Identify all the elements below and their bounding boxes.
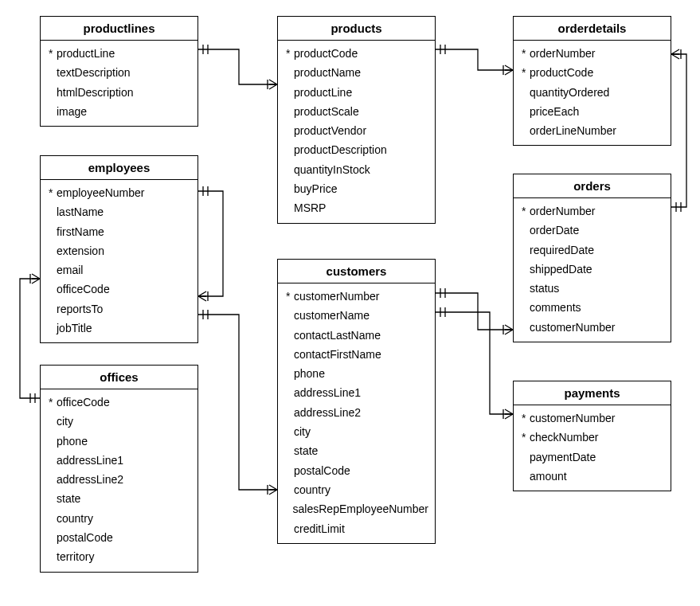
field-row: orderDate — [520, 221, 664, 240]
field-name: shippedDate — [530, 261, 592, 277]
field-name: officeCode — [57, 394, 110, 410]
field-row: *employeeNumber — [47, 183, 191, 202]
field-row: phone — [47, 432, 191, 451]
field-row: jobTitle — [47, 319, 191, 338]
field-name: productCode — [294, 45, 358, 61]
field-name: state — [294, 443, 318, 459]
field-row: comments — [520, 298, 664, 317]
field-row: customerName — [284, 306, 428, 325]
pk-marker: * — [286, 288, 294, 304]
field-name: productLine — [294, 84, 352, 100]
field-row: productLine — [284, 83, 428, 102]
pk-marker: * — [522, 410, 530, 426]
entity-body: *customerNumbercustomerNamecontactLastNa… — [278, 283, 435, 543]
field-row: reportsTo — [47, 299, 191, 319]
field-row: email — [47, 260, 191, 280]
entity-body: *officeCodecityphoneaddressLine1addressL… — [41, 389, 197, 572]
field-row: phone — [284, 364, 428, 383]
field-name: customerName — [294, 307, 370, 323]
field-row: customerNumber — [520, 318, 664, 337]
field-name: customerNumber — [530, 319, 615, 335]
field-row: shippedDate — [520, 260, 664, 279]
pk-marker: * — [522, 203, 530, 219]
entity-body: *productCodeproductNameproductLineproduc… — [278, 41, 435, 223]
pk-marker: * — [286, 45, 294, 61]
entity-title: employees — [41, 156, 197, 180]
field-row: *productCode — [520, 63, 664, 82]
field-row: *customerNumber — [284, 287, 428, 306]
entity-orders: orders *orderNumberorderDaterequiredDate… — [513, 174, 671, 342]
field-row: *checkNumber — [520, 428, 664, 447]
field-name: textDescription — [57, 65, 131, 80]
entity-payments: payments *customerNumber*checkNumberpaym… — [513, 381, 671, 491]
field-row: lastName — [47, 202, 191, 221]
field-name: postalCode — [57, 530, 113, 545]
field-name: territory — [57, 549, 94, 565]
field-name: htmlDescription — [57, 84, 133, 100]
field-row: image — [47, 102, 191, 121]
pk-marker: * — [522, 65, 530, 80]
field-name: priceEach — [530, 104, 579, 119]
pk-marker: * — [522, 45, 530, 61]
field-name: country — [57, 510, 93, 526]
field-row: creditLimit — [284, 519, 428, 538]
entity-title: productlines — [41, 17, 197, 41]
field-row: *productCode — [284, 44, 428, 63]
field-name: productLine — [57, 45, 115, 61]
field-row: country — [284, 480, 428, 499]
rel-productlines-products — [198, 45, 277, 89]
field-name: customerNumber — [530, 410, 615, 426]
field-row: MSRP — [284, 198, 428, 217]
field-row: state — [284, 441, 428, 460]
field-row: contactFirstName — [284, 345, 428, 364]
field-name: officeCode — [57, 281, 110, 297]
field-name: MSRP — [294, 200, 326, 216]
field-name: buyPrice — [294, 181, 337, 197]
field-name: postalCode — [294, 463, 350, 479]
field-name: requiredDate — [530, 242, 594, 258]
entity-body: *employeeNumberlastNamefirstNameextensio… — [41, 180, 197, 342]
field-name: orderNumber — [530, 203, 595, 219]
field-name: state — [57, 491, 80, 506]
entity-title: orders — [514, 174, 671, 198]
field-row: productName — [284, 63, 428, 82]
field-row: htmlDescription — [47, 83, 191, 102]
entity-title: orderdetails — [514, 17, 671, 41]
rel-orders-orderdetails — [671, 49, 686, 212]
field-row: state — [47, 489, 191, 508]
entity-title: products — [278, 17, 435, 41]
field-row: textDescription — [47, 63, 191, 82]
entity-orderdetails: orderdetails *orderNumber*productCodequa… — [513, 16, 671, 146]
field-name: addressLine2 — [57, 471, 123, 487]
field-name: productDescription — [294, 142, 387, 158]
field-name: status — [530, 280, 559, 296]
field-row: requiredDate — [520, 240, 664, 260]
rel-offices-employees — [20, 274, 40, 403]
field-row: firstName — [47, 222, 191, 241]
pk-marker: * — [522, 429, 530, 445]
field-name: image — [57, 104, 87, 119]
field-name: customerNumber — [294, 288, 379, 304]
field-row: addressLine1 — [47, 451, 191, 470]
er-diagram: productlines *productLinetextDescription… — [0, 0, 700, 606]
field-name: addressLine2 — [294, 405, 361, 420]
entity-offices: offices *officeCodecityphoneaddressLine1… — [40, 365, 198, 573]
rel-customers-payments — [436, 307, 513, 419]
entity-body: *orderNumber*productCodequantityOrderedp… — [514, 41, 671, 145]
field-name: productName — [294, 65, 361, 80]
field-row: *customerNumber — [520, 409, 664, 428]
entity-employees: employees *employeeNumberlastNamefirstNa… — [40, 155, 198, 343]
entity-body: *orderNumberorderDaterequiredDateshipped… — [514, 198, 671, 342]
field-name: firstName — [57, 224, 104, 240]
field-name: extension — [57, 243, 104, 259]
pk-marker: * — [49, 185, 57, 201]
field-row: officeCode — [47, 280, 191, 299]
field-row: priceEach — [520, 102, 664, 121]
field-row: orderLineNumber — [520, 121, 664, 140]
entity-body: *productLinetextDescriptionhtmlDescripti… — [41, 41, 197, 126]
field-row: country — [47, 509, 191, 528]
field-row: *orderNumber — [520, 44, 664, 63]
field-row: postalCode — [284, 461, 428, 480]
field-name: lastName — [57, 204, 104, 220]
field-row: status — [520, 279, 664, 298]
